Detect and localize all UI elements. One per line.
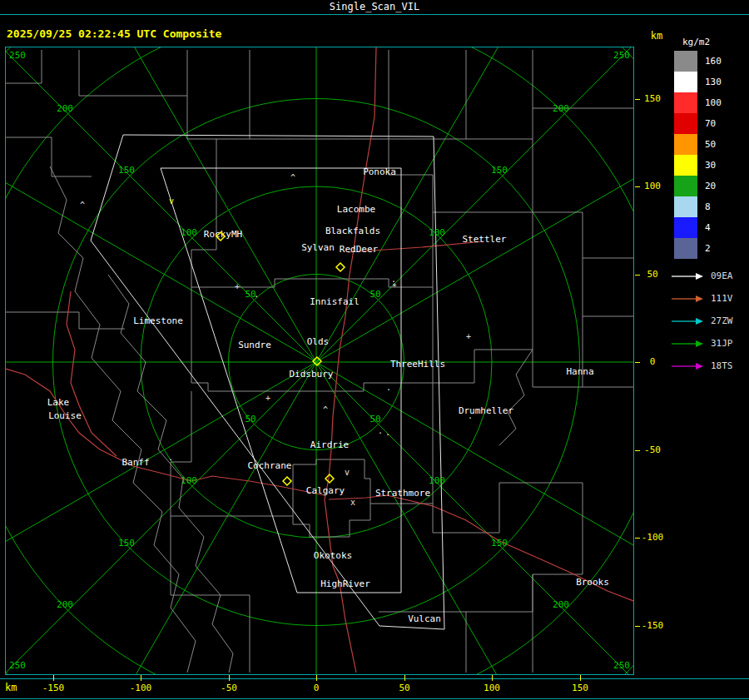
- obs-marker-16: .: [168, 453, 173, 462]
- range-label-200: 200: [57, 103, 73, 114]
- bottom-axis-tick-label: 50: [388, 683, 421, 693]
- legend-row-111V: 111V: [671, 287, 733, 310]
- colorbar-panel: kg/m2 16013010070503020842: [674, 37, 747, 259]
- colorbar-swatch-30: [674, 155, 697, 176]
- arrow-head: [696, 363, 703, 370]
- colorbar-value-label: 2: [705, 243, 711, 254]
- city-label-hanna: Hanna: [566, 366, 593, 377]
- site-id-label-18TS: 18TS: [711, 360, 733, 371]
- colorbar-swatch-100: [674, 92, 697, 113]
- bottom-axis-tick-label: -50: [212, 683, 246, 693]
- colorbar-swatch-50: [674, 134, 697, 155]
- obs-marker-4: +: [235, 282, 240, 291]
- city-label-okotoks: Okotoks: [314, 550, 352, 561]
- obs-marker-15: x: [350, 498, 355, 507]
- range-label-50: 50: [370, 414, 380, 424]
- right-axis-tick: [635, 362, 640, 363]
- scan-sector-outlines: [91, 135, 444, 629]
- site-arrow-icon-111V: [671, 295, 704, 303]
- colorbar-row: 8: [674, 196, 747, 217]
- right-axis-tick-label: 0: [637, 356, 667, 367]
- right-axis-tick: [635, 538, 640, 539]
- radar-map-canvas[interactable]: 5010015020025050100150200250501001502002…: [6, 47, 633, 674]
- range-label-200: 200: [57, 599, 73, 610]
- bottom-axis-tick-label: 100: [475, 683, 508, 693]
- title-bar: Single_Scan_VIL: [0, 0, 749, 15]
- range-label-250: 250: [9, 50, 26, 61]
- colorbar-value-label: 4: [705, 222, 711, 233]
- range-label-150: 150: [491, 538, 508, 549]
- site-id-label-111V: 111V: [711, 293, 733, 304]
- obs-marker-7: *: [392, 282, 397, 291]
- radar-site-diamond-4: [283, 477, 291, 485]
- radar-display-frame: 5010015020025050100150200250501001502002…: [5, 47, 634, 675]
- range-rings: [6, 47, 633, 674]
- obs-marker-17: .: [468, 411, 473, 420]
- colorbar-swatch-20: [674, 176, 697, 196]
- colorbar-value-label: 20: [705, 181, 716, 191]
- colorbar-value-label: 100: [705, 97, 722, 108]
- city-label-vulcan: Vulcan: [408, 613, 441, 624]
- city-label-threehills: ThreeHills: [390, 359, 445, 370]
- obs-marker-14: v: [345, 468, 350, 477]
- obs-marker-8: +: [466, 332, 471, 341]
- range-label-150: 150: [118, 165, 135, 176]
- bottom-axis-tick-label: -100: [124, 683, 157, 693]
- city-label-blackfalds: Blackfalds: [325, 226, 380, 236]
- county-boundaries: [6, 50, 633, 673]
- azimuth-spoke-120: [316, 362, 633, 589]
- city-label-highriver: HighRiver: [320, 578, 370, 589]
- range-label-100: 100: [429, 227, 445, 238]
- site-arrow-icon-18TS: [671, 362, 704, 370]
- arrow-head: [696, 340, 703, 347]
- city-label-innisfail: Innisfail: [310, 296, 360, 307]
- range-label-50: 50: [245, 414, 255, 424]
- right-axis-tick-label: -50: [637, 444, 667, 455]
- city-label-didsbury: Didsbury: [290, 369, 334, 380]
- radar-site-diamond-2: [336, 263, 345, 271]
- site-id-label-27ZW: 27ZW: [711, 315, 733, 326]
- obs-marker-12: .: [378, 426, 383, 435]
- right-axis-tick-label: 150: [637, 93, 667, 104]
- right-axis-tick-label: 50: [637, 269, 667, 280]
- arrow-head: [696, 273, 703, 280]
- colorbar-swatch-160: [674, 51, 697, 72]
- bottom-axis-tick-label: -150: [37, 683, 70, 693]
- city-label-cochrane: Cochrane: [248, 460, 292, 471]
- obs-marker-9: +: [265, 394, 270, 403]
- city-label-sundre: Sundre: [238, 340, 271, 350]
- colorbar-row: 4: [674, 217, 747, 238]
- right-axis-tick: [635, 99, 640, 100]
- city-label-stettler: Stettler: [463, 234, 507, 245]
- city-label-sylvan: Sylvan: [301, 242, 335, 253]
- site-id-label-09EA: 09EA: [711, 271, 733, 281]
- city-label-calgary: Calgary: [306, 485, 345, 496]
- legend-row-27ZW: 27ZW: [671, 310, 733, 332]
- colorbar-row: 2: [674, 238, 747, 259]
- site-arrow-icon-27ZW: [671, 317, 704, 325]
- colorbar-row: 30: [674, 155, 747, 176]
- city-labels: PonokaLacombeBlackfaldsSylvanRedDeerStet…: [47, 166, 609, 624]
- colorbar-swatch-70: [674, 113, 697, 134]
- colorbar-value-label: 8: [705, 201, 711, 212]
- city-label-brooks: Brooks: [576, 577, 609, 588]
- arrow-head: [696, 318, 703, 325]
- obs-marker-2: ^: [80, 201, 85, 210]
- range-label-200: 200: [553, 599, 569, 610]
- scan-timestamp: 2025/09/25 02:22:45 UTC Composite: [7, 27, 221, 40]
- obs-marker-5: .: [254, 290, 259, 299]
- bottom-axis-tick-label: 0: [300, 683, 333, 693]
- right-axis-tick-label: -150: [637, 620, 667, 631]
- city-label-lake: Lake: [47, 397, 70, 408]
- city-label-airdrie: Airdrie: [310, 439, 349, 450]
- site-id-label-31JP: 31JP: [711, 338, 733, 349]
- right-axis-tick-label: 100: [637, 181, 667, 191]
- range-label-50: 50: [370, 289, 380, 300]
- legend-row-18TS: 18TS: [671, 355, 733, 377]
- colorbar-swatch-130: [674, 72, 697, 92]
- colorbar-value-label: 50: [705, 139, 716, 150]
- colorbar-value-label: 70: [705, 118, 716, 129]
- range-label-150: 150: [491, 165, 508, 176]
- right-axis-unit-label: km: [642, 30, 671, 42]
- right-axis-tick: [635, 626, 640, 627]
